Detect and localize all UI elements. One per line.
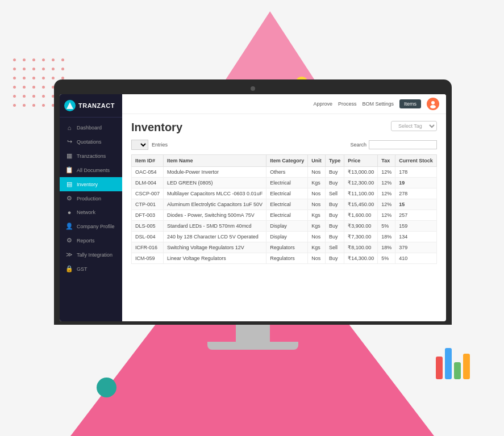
sidebar-item-gst[interactable]: 🔒 GST bbox=[60, 262, 122, 276]
table-row[interactable]: DLS-005 Standard LEDs - SMD 570nm 40mcd … bbox=[132, 221, 437, 232]
cell-price: ₹8,100.00 bbox=[344, 242, 378, 253]
col-item-category: Item Category bbox=[266, 155, 308, 167]
search-box: Search bbox=[350, 140, 437, 149]
cell-name: Aluminum Electrolytic Capacitors 1uF 50V bbox=[164, 199, 266, 210]
table-row[interactable]: CSCP-007 Multilayer Capacitors MLCC -060… bbox=[132, 188, 437, 199]
col-tax: Tax bbox=[378, 155, 395, 167]
cell-name: LED GREEN (0805) bbox=[164, 178, 266, 188]
bom-settings-link[interactable]: BOM Settings bbox=[362, 101, 394, 107]
monitor: TRANZACT ⌂ Dashboard ↪ Quotations ▦ Tran… bbox=[54, 79, 452, 350]
inventory-icon: ▤ bbox=[65, 181, 73, 188]
reports-icon: ⚙ bbox=[65, 237, 73, 244]
cell-tax: 12% bbox=[378, 199, 395, 210]
cell-category: Electrical bbox=[266, 199, 308, 210]
content-area: Inventory Select Tag 25 Entries bbox=[122, 114, 446, 321]
sidebar-item-reports[interactable]: ⚙ Reports bbox=[60, 233, 122, 248]
monitor-camera bbox=[251, 86, 255, 91]
col-item-name: Item Name bbox=[164, 155, 266, 167]
cell-name: Diodes - Power, Switching 500mA 75V bbox=[164, 210, 266, 221]
sidebar-item-network[interactable]: ● Network bbox=[60, 206, 122, 219]
cell-price: ₹1,600.00 bbox=[344, 210, 378, 221]
cell-price: ₹7,300.00 bbox=[344, 232, 378, 242]
cell-stock: 159 bbox=[395, 221, 437, 232]
cell-unit: Nos bbox=[308, 199, 326, 210]
cell-id: DSL-004 bbox=[132, 232, 164, 242]
svg-point-1 bbox=[431, 101, 435, 104]
monitor-frame: TRANZACT ⌂ Dashboard ↪ Quotations ▦ Tran… bbox=[54, 79, 452, 325]
tranzactions-icon: ▦ bbox=[65, 152, 73, 160]
sidebar-logo: TRANZACT bbox=[60, 94, 122, 118]
cell-name: Multilayer Capacitors MLCC -0603 0.01uF bbox=[164, 188, 266, 199]
sidebar-label-reports: Reports bbox=[77, 238, 95, 244]
col-stock: Current Stock bbox=[395, 155, 437, 167]
cell-tax: 18% bbox=[378, 232, 395, 242]
cell-category: Electrical bbox=[266, 178, 308, 188]
table-row[interactable]: DFT-003 Diodes - Power, Switching 500mA … bbox=[132, 210, 437, 221]
table-row[interactable]: DSL-004 240 by 128 Character LCD 5V Oper… bbox=[132, 232, 437, 242]
col-price: Price bbox=[344, 155, 378, 167]
entries-select[interactable]: 25 bbox=[131, 140, 148, 150]
cell-tax: 12% bbox=[378, 178, 395, 188]
cell-id: DLS-005 bbox=[132, 221, 164, 232]
cell-type: Buy bbox=[325, 199, 344, 210]
sidebar-label-tally-integration: Tally Integration bbox=[77, 252, 113, 258]
cell-category: Display bbox=[266, 232, 308, 242]
sidebar-item-company-profile[interactable]: 👤 Company Profile bbox=[60, 219, 122, 233]
page-title: Inventory bbox=[131, 121, 182, 134]
table-row[interactable]: ICM-059 Linear Voltage Regulators Regula… bbox=[132, 253, 437, 264]
cell-tax: 18% bbox=[378, 242, 395, 253]
sidebar-item-inventory[interactable]: ▤ Inventory bbox=[60, 177, 122, 191]
cell-type: Buy bbox=[325, 210, 344, 221]
table-row[interactable]: ICFR-016 Switching Voltage Regulators 12… bbox=[132, 242, 437, 253]
table-row[interactable]: CTP-001 Aluminum Electrolytic Capacitors… bbox=[132, 199, 437, 210]
entries-label: Entries bbox=[152, 142, 168, 148]
network-icon: ● bbox=[65, 209, 73, 216]
cell-unit: Nos bbox=[308, 253, 326, 264]
cell-stock: 278 bbox=[395, 188, 437, 199]
sidebar-item-dashboard[interactable]: ⌂ Dashboard bbox=[60, 121, 122, 135]
search-input[interactable] bbox=[369, 140, 437, 149]
sidebar-item-quotations[interactable]: ↪ Quotations bbox=[60, 135, 122, 149]
inventory-table: Item ID# Item Name Item Category Unit Ty… bbox=[131, 154, 437, 264]
cell-stock: 178 bbox=[395, 167, 437, 178]
sidebar-label-inventory: Inventory bbox=[77, 182, 98, 187]
cell-price: ₹12,300.00 bbox=[344, 178, 378, 188]
table-row[interactable]: OAC-054 Module-Power Invertor Others Nos… bbox=[132, 167, 437, 178]
sidebar-item-tally-integration[interactable]: ≫ Tally Integration bbox=[60, 248, 122, 262]
production-icon: ⚙ bbox=[65, 195, 73, 202]
sidebar-label-tranzactions: Tranzactions bbox=[77, 153, 106, 159]
items-button[interactable]: Items bbox=[399, 99, 421, 108]
cell-stock: 15 bbox=[395, 199, 437, 210]
tag-select[interactable]: Select Tag bbox=[391, 121, 437, 131]
cell-price: ₹13,000.00 bbox=[344, 167, 378, 178]
cell-category: Electrical bbox=[266, 188, 308, 199]
cell-stock: 134 bbox=[395, 232, 437, 242]
cell-id: ICM-059 bbox=[132, 253, 164, 264]
cell-stock: 257 bbox=[395, 210, 437, 221]
cell-unit: Kgs bbox=[308, 242, 326, 253]
cell-id: CSCP-007 bbox=[132, 188, 164, 199]
bg-colorful-bars bbox=[436, 348, 470, 379]
svg-marker-0 bbox=[66, 102, 73, 109]
cell-unit: Nos bbox=[308, 167, 326, 178]
sidebar-label-all-documents: All Documents bbox=[77, 167, 110, 173]
search-label: Search bbox=[350, 142, 366, 148]
sidebar-item-tranzactions[interactable]: ▦ Tranzactions bbox=[60, 149, 122, 163]
process-link[interactable]: Process bbox=[338, 101, 357, 107]
cell-category: Regulators bbox=[266, 242, 308, 253]
cell-name: Module-Power Invertor bbox=[164, 167, 266, 178]
sidebar-label-production: Production bbox=[77, 196, 101, 202]
table-row[interactable]: DLM-004 LED GREEN (0805) Electrical Kgs … bbox=[132, 178, 437, 188]
cell-price: ₹11,100.00 bbox=[344, 188, 378, 199]
monitor-stand-neck bbox=[236, 325, 270, 342]
cell-tax: 12% bbox=[378, 188, 395, 199]
cell-price: ₹14,300.00 bbox=[344, 253, 378, 264]
cell-unit: Nos bbox=[308, 232, 326, 242]
all-documents-icon: 📋 bbox=[65, 166, 73, 174]
cell-id: ICFR-016 bbox=[132, 242, 164, 253]
sidebar-item-all-documents[interactable]: 📋 All Documents bbox=[60, 163, 122, 177]
cell-type: Sell bbox=[325, 242, 344, 253]
cell-stock: 379 bbox=[395, 242, 437, 253]
approve-link[interactable]: Approve bbox=[313, 101, 332, 107]
sidebar-item-production[interactable]: ⚙ Production bbox=[60, 191, 122, 206]
